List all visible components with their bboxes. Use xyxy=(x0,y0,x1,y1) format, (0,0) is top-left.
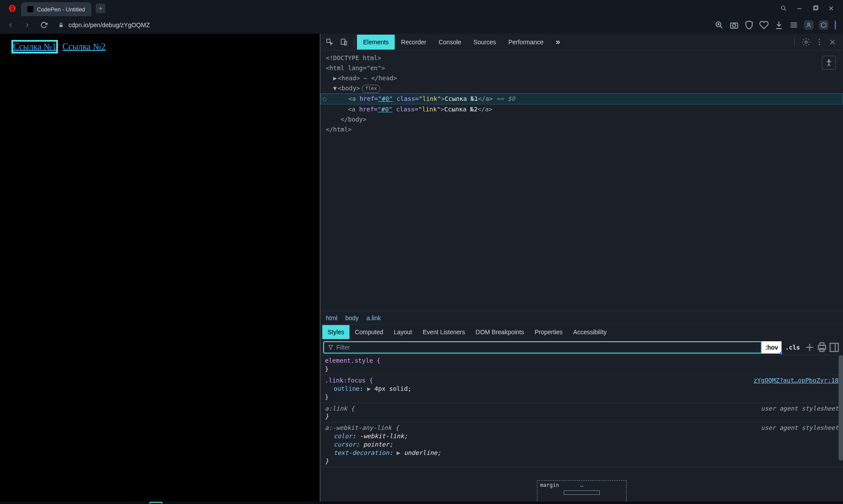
heart-icon[interactable] xyxy=(759,20,769,30)
svg-rect-9 xyxy=(60,25,63,27)
browser-tab[interactable]: CodePen - Untitled xyxy=(21,2,91,16)
tab-styles[interactable]: Styles xyxy=(322,325,349,339)
kebab-icon[interactable] xyxy=(815,38,824,46)
tab-accessibility[interactable]: Accessibility xyxy=(568,325,612,339)
new-style-icon[interactable] xyxy=(803,341,816,354)
download-icon[interactable] xyxy=(774,20,784,30)
filter-input[interactable]: Filter xyxy=(323,341,762,354)
tab-sources[interactable]: Sources xyxy=(467,35,502,50)
svg-rect-5 xyxy=(814,7,817,10)
lock-icon xyxy=(58,22,64,28)
accessibility-icon[interactable] xyxy=(822,56,836,70)
devtools-tabs: Elements Recorder Console Sources Perfor… xyxy=(321,34,843,50)
crumb-body[interactable]: body xyxy=(345,315,358,322)
flex-badge[interactable]: flex xyxy=(362,85,381,93)
extensions-icon[interactable] xyxy=(819,20,829,30)
svg-rect-34 xyxy=(820,343,824,345)
tab-properties[interactable]: Properties xyxy=(530,325,568,339)
box-model: margin – xyxy=(321,467,843,504)
source-link[interactable]: zYgOQMZ?aut…opPboZyr:18 xyxy=(753,376,839,385)
svg-marker-30 xyxy=(328,345,332,349)
close-devtools-icon[interactable] xyxy=(828,38,837,46)
zoom-icon[interactable] xyxy=(714,20,724,30)
filter-placeholder: Filter xyxy=(336,344,350,351)
url-text: cdpn.io/pen/debug/zYgOQMZ xyxy=(68,21,150,29)
tab-layout[interactable]: Layout xyxy=(389,325,418,339)
forward-button[interactable] xyxy=(21,19,33,31)
new-tab-button[interactable]: + xyxy=(96,4,105,13)
titlebar: CodePen - Untitled + xyxy=(0,0,843,16)
hov-toggle[interactable]: :hov xyxy=(762,341,782,354)
svg-point-25 xyxy=(819,41,820,43)
svg-rect-36 xyxy=(830,343,839,351)
breadcrumb: html body a.link xyxy=(321,311,843,324)
profile-icon[interactable] xyxy=(804,20,814,30)
page-link-1[interactable]: Ссылка №1 xyxy=(13,42,56,52)
css-rules[interactable]: element.style { } zYgOQMZ?aut…opPboZyr:1… xyxy=(321,355,843,504)
maximize-icon[interactable] xyxy=(811,4,819,12)
dom-tree[interactable]: <!DOCTYPE html> <html lang="en"> ▶<head>… xyxy=(321,50,843,311)
tab-title: CodePen - Untitled xyxy=(37,6,85,13)
svg-line-3 xyxy=(785,9,786,11)
tab-console[interactable]: Console xyxy=(432,35,467,50)
back-button[interactable] xyxy=(4,19,17,31)
minimize-icon[interactable] xyxy=(796,4,803,12)
tab-favicon-icon xyxy=(27,6,33,12)
address-bar: cdpn.io/pen/debug/zYgOQMZ xyxy=(0,16,843,34)
page-link-2[interactable]: Ссылка №2 xyxy=(62,42,105,52)
dom-html-open: <html lang="en"> xyxy=(326,64,385,71)
svg-point-23 xyxy=(805,41,807,43)
taskbar xyxy=(0,501,843,504)
crumb-html[interactable]: html xyxy=(326,315,337,322)
tab-recorder[interactable]: Recorder xyxy=(395,35,432,50)
tab-computed[interactable]: Computed xyxy=(349,325,389,339)
inspect-icon[interactable] xyxy=(323,36,336,49)
scrollbar[interactable] xyxy=(839,355,843,461)
print-icon[interactable] xyxy=(816,341,828,354)
svg-point-15 xyxy=(732,24,735,27)
dom-doctype: <!DOCTYPE html> xyxy=(326,54,381,61)
taskbar-highlight xyxy=(149,502,162,504)
shield-icon[interactable] xyxy=(744,20,754,30)
tab-performance[interactable]: Performance xyxy=(502,35,550,50)
close-icon[interactable] xyxy=(827,4,835,12)
more-tabs-icon[interactable]: » xyxy=(550,33,566,50)
crumb-alink[interactable]: a.link xyxy=(367,315,381,322)
svg-rect-6 xyxy=(814,6,818,9)
camera-icon[interactable] xyxy=(729,20,739,30)
url-field[interactable]: cdpn.io/pen/debug/zYgOQMZ xyxy=(54,21,710,29)
accent-indicator xyxy=(835,21,836,29)
dom-node[interactable]: <a href="#0" class="link">Ссылка №2</a> xyxy=(321,104,843,114)
search-icon[interactable] xyxy=(780,4,788,12)
page-viewport: Ссылка №1 Ссылка №2 xyxy=(0,34,321,504)
cls-toggle[interactable]: .cls xyxy=(782,341,803,354)
styles-tabs: Styles Computed Layout Event Listeners D… xyxy=(321,325,843,340)
svg-point-1 xyxy=(11,5,14,11)
svg-point-29 xyxy=(829,60,830,61)
svg-line-13 xyxy=(721,26,723,29)
reload-button[interactable] xyxy=(38,19,50,31)
svg-point-2 xyxy=(782,6,785,9)
menu-icon[interactable] xyxy=(789,20,799,30)
tab-elements[interactable]: Elements xyxy=(357,35,395,50)
sidebar-toggle-icon[interactable] xyxy=(828,341,840,354)
filter-icon xyxy=(328,344,334,350)
svg-point-26 xyxy=(819,44,820,45)
devtools-panel: Elements Recorder Console Sources Perfor… xyxy=(321,34,843,504)
svg-point-19 xyxy=(808,23,810,25)
svg-point-24 xyxy=(819,39,820,40)
opera-logo-icon[interactable] xyxy=(8,4,17,13)
tab-dom-breakpoints[interactable]: DOM Breakpoints xyxy=(470,325,529,339)
tab-event-listeners[interactable]: Event Listeners xyxy=(418,325,471,339)
device-icon[interactable] xyxy=(337,36,350,49)
settings-icon[interactable] xyxy=(802,38,811,46)
dom-selected-node[interactable]: <a href="#0" class="link">Ссылка №1</a> … xyxy=(321,93,843,104)
